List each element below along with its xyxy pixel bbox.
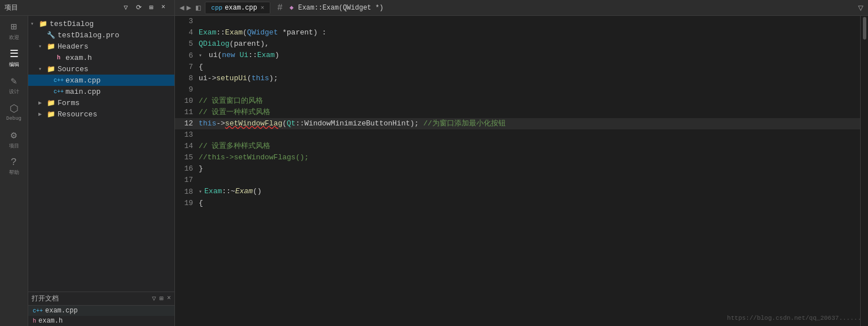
- open-docs-icons: ▽ ⊞ ×: [152, 294, 171, 303]
- code-line-12: 12 this->setWindowFlag(Qt::WindowMinimiz…: [175, 118, 860, 129]
- debug-icon: ⬡: [10, 102, 19, 115]
- line-num-15: 15: [175, 152, 199, 163]
- tab-exam-cpp[interactable]: cpp exam.cpp ×: [205, 2, 270, 14]
- expand-icon[interactable]: ▽: [858, 2, 863, 14]
- line-num-12: 12: [175, 118, 199, 129]
- project-icon-item[interactable]: ⚙ 项目: [2, 127, 27, 151]
- help-icon-item[interactable]: ? 帮助: [2, 154, 27, 179]
- design-icon: ✎: [11, 75, 17, 87]
- activity-bar: ⊞ 欢迎 ☰ 编辑 ✎ 设计 ⬡ Debug ⚙ 项目 ? 帮助: [0, 16, 28, 326]
- welcome-icon: ⊞: [11, 20, 17, 33]
- edit-icon-item[interactable]: ☰ 编辑: [2, 45, 27, 70]
- open-docs-icon3[interactable]: ×: [167, 294, 171, 303]
- line-content-4: Exam::Exam(QWidget *parent) :: [199, 27, 860, 38]
- tree-item-testdialog[interactable]: ▾ 📁 testDialog: [28, 18, 174, 29]
- tree-item-examcpp[interactable]: c++ exam.cpp: [28, 75, 174, 86]
- line-num-13: 13: [175, 129, 199, 141]
- code-line-6: 6 ▾ ui(new Ui::Exam): [175, 50, 860, 62]
- code-line-19: 19 {: [175, 198, 860, 209]
- nav-forward-icon[interactable]: ▶: [186, 3, 191, 12]
- design-icon-item[interactable]: ✎ 设计: [2, 72, 27, 97]
- file-icon-pro: 🔧: [46, 31, 55, 40]
- editor-tab-bar: ◀ ▶ ◧ cpp exam.cpp × # ◆ Exam::Exam(QWid…: [175, 0, 868, 15]
- line-content-6: ▾ ui(new Ui::Exam): [199, 50, 860, 62]
- panel-actions: ▽ ⟳ ⊞ ×: [124, 3, 170, 12]
- nav-arrows: ◀ ▶: [179, 3, 191, 12]
- bookmark-icon[interactable]: ◧: [196, 3, 200, 12]
- scroll-thumb[interactable]: [863, 17, 866, 40]
- doc-icon-examh: h: [33, 318, 36, 324]
- main-area: ⊞ 欢迎 ☰ 编辑 ✎ 设计 ⬡ Debug ⚙ 项目 ? 帮助 ▾: [0, 16, 868, 326]
- line-num-19: 19: [175, 198, 199, 209]
- tree-item-sources[interactable]: ▾ 📁 Sources: [28, 63, 174, 75]
- help-icon: ?: [11, 157, 17, 168]
- line-num-3: 3: [175, 16, 199, 27]
- line-content-19: {: [199, 198, 860, 209]
- line-num-7: 7: [175, 62, 199, 73]
- welcome-label: 欢迎: [9, 34, 19, 41]
- line-content-12: this->setWindowFlag(Qt::WindowMinimizeBu…: [199, 118, 860, 129]
- folder-icon-testdialog: 📁: [38, 19, 47, 28]
- tree-item-forms[interactable]: ▶ 📁 Forms: [28, 97, 174, 108]
- line-num-17: 17: [175, 175, 199, 186]
- add-panel-icon[interactable]: ⊞: [150, 3, 154, 12]
- tree-label-examcpp: exam.cpp: [65, 76, 100, 85]
- open-docs-icon2[interactable]: ⊞: [160, 294, 164, 303]
- tree-item-pro[interactable]: 🔧 testDialog.pro: [28, 29, 174, 41]
- tree-item-headers[interactable]: ▾ 📁 Headers: [28, 41, 174, 52]
- folder-icon-headers: 📁: [46, 42, 55, 51]
- project-label: 项目: [5, 3, 18, 12]
- line-content-5: QDialog(parent),: [199, 38, 860, 50]
- sync-icon[interactable]: ⟳: [136, 3, 142, 12]
- file-tree-panel: ▾ 📁 testDialog 🔧 testDialog.pro ▾ 📁 Head…: [28, 16, 175, 326]
- top-bar: 项目 ▽ ⟳ ⊞ × ◀ ▶ ◧ cpp exam.cpp × # ◆ Exam…: [0, 0, 868, 16]
- welcome-icon-item[interactable]: ⊞ 欢迎: [2, 18, 27, 43]
- code-container[interactable]: 3 4 Exam::Exam(QWidget *parent) : 5 QDia…: [175, 16, 868, 326]
- close-panel-icon[interactable]: ×: [161, 3, 165, 12]
- file-icon-maincpp: c++: [54, 87, 63, 96]
- open-docs-icon1[interactable]: ▽: [152, 294, 156, 303]
- project-icon: ⚙: [11, 129, 17, 141]
- open-doc-examcpp[interactable]: c++ exam.cpp: [28, 306, 174, 316]
- tree-label-pro: testDialog.pro: [58, 31, 119, 40]
- watermark: https://blog.csdn.net/qq_20637......: [727, 315, 861, 321]
- line-num-8: 8: [175, 73, 199, 84]
- code-line-13: 13: [175, 129, 860, 141]
- debug-icon-item[interactable]: ⬡ Debug: [2, 99, 27, 124]
- tab-icon: cpp: [211, 5, 222, 11]
- debug-label: Debug: [6, 116, 21, 121]
- line-content-10: // 设置窗口的风格: [199, 95, 860, 107]
- code-view[interactable]: 3 4 Exam::Exam(QWidget *parent) : 5 QDia…: [175, 16, 860, 326]
- line-content-11: // 设置一种样式风格: [199, 107, 860, 118]
- scrollbar[interactable]: [860, 16, 868, 326]
- tab-close-icon[interactable]: ×: [261, 5, 265, 11]
- code-line-11: 11 // 设置一种样式风格: [175, 107, 860, 118]
- edit-icon: ☰: [10, 47, 19, 60]
- tree-arrow-resources: ▶: [38, 111, 46, 118]
- line-num-10: 10: [175, 95, 199, 107]
- filter-icon[interactable]: ▽: [124, 3, 128, 12]
- line-num-11: 11: [175, 107, 199, 118]
- code-line-10: 10 // 设置窗口的风格: [175, 95, 860, 107]
- tree-label-headers: Headers: [58, 42, 89, 51]
- line-content-7: {: [199, 62, 860, 73]
- code-line-9: 9: [175, 84, 860, 95]
- tree-item-examh[interactable]: h exam.h: [28, 52, 174, 63]
- tree-label-sources: Sources: [58, 65, 89, 73]
- tree-label-forms: Forms: [58, 99, 80, 107]
- line-content-14: // 设置多种样式风格: [199, 141, 860, 152]
- tree-label-examh: exam.h: [65, 54, 92, 62]
- tree-item-resources[interactable]: ▶ 📁 Resources: [28, 108, 174, 120]
- breadcrumb-func: Exam::Exam(QWidget *): [298, 4, 383, 12]
- code-line-3: 3: [175, 16, 860, 27]
- tree-item-maincpp[interactable]: c++ main.cpp: [28, 86, 174, 97]
- code-line-15: 15 //this->setWindowFlags();: [175, 152, 860, 163]
- nav-back-icon[interactable]: ◀: [179, 3, 184, 12]
- code-line-8: 8 ui->setupUi(this);: [175, 73, 860, 84]
- tree-label-testdialog: testDialog: [50, 20, 94, 28]
- folder-icon-resources: 📁: [46, 110, 55, 119]
- folder-icon-sources: 📁: [46, 64, 55, 73]
- tree-label-resources: Resources: [58, 110, 97, 119]
- tree-arrow-sources: ▾: [38, 66, 46, 72]
- open-doc-examh[interactable]: h exam.h: [28, 316, 174, 326]
